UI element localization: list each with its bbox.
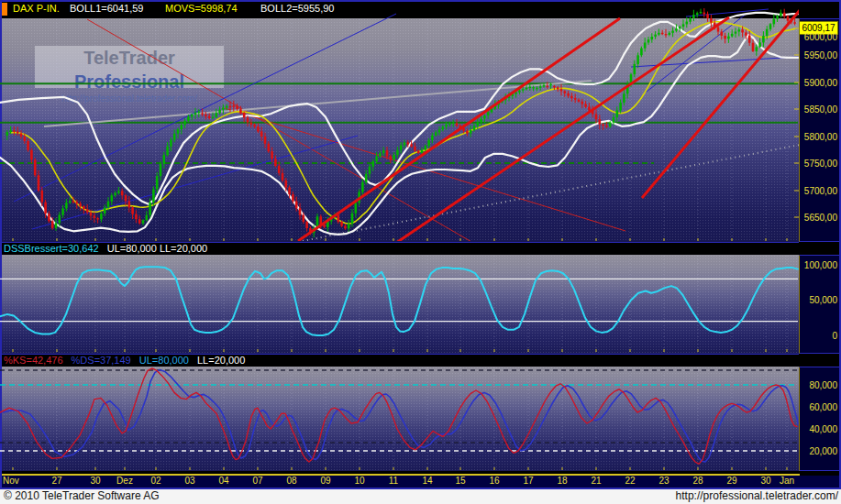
- x-axis-date-label: 17: [523, 476, 533, 488]
- watermark: TeleTrader Professional http://professio…: [35, 46, 224, 88]
- teletrader-chart-window: DAX P-IN. BOLL1=6041,59 MOVS=5998,74 BOL…: [0, 0, 841, 504]
- axis-price-label: 5950,00: [804, 50, 837, 60]
- x-axis-date-label: 10: [354, 476, 364, 488]
- x-axis-date-label: 30: [760, 476, 770, 488]
- ll-level-label: LL=20,000: [197, 355, 245, 366]
- x-axis-date-label: 27: [51, 476, 61, 488]
- x-axis-date-label: 16: [489, 476, 499, 488]
- axis-price-label: 5850,00: [804, 104, 837, 115]
- axis-price-label: 5700,00: [804, 186, 837, 196]
- boll2-value: BOLL2=5955,90: [260, 0, 334, 17]
- dss-axis[interactable]: 100,00050,0000: [799, 255, 841, 354]
- x-axis-date-label: 21: [591, 476, 601, 488]
- x-axis-date-label: 08: [286, 476, 296, 488]
- axis-price-label: 5650,00: [804, 213, 837, 223]
- dither-texture: [0, 367, 799, 471]
- instrument-color-block-icon: [2, 3, 7, 16]
- ul-level-label: UL=80,000: [139, 355, 189, 366]
- x-axis-date-label: 22: [625, 476, 635, 488]
- x-axis-date-label: 11: [389, 476, 398, 488]
- x-axis-date-label: 18: [557, 476, 567, 488]
- axis-price-label: 5800,00: [804, 132, 837, 142]
- axis-price-label: 40,000: [809, 424, 837, 434]
- axis-price-label: 6000,00: [804, 32, 837, 42]
- axis-price-label: 60,000: [809, 402, 837, 412]
- stochastic-oscillator-panel[interactable]: [0, 367, 799, 471]
- main-price-panel[interactable]: TeleTrader Professional http://professio…: [0, 18, 799, 242]
- x-axis-date-label: 07: [252, 476, 262, 488]
- ks-value-label: %KS=42,476: [4, 355, 63, 366]
- x-axis-date-label: 09: [320, 476, 330, 488]
- watermark-url: http://professional.teletrader.com/: [35, 93, 224, 104]
- x-axis-date-label: Jan: [780, 476, 794, 488]
- stochastic-axis[interactable]: 80,00060,00040,00020,000: [799, 367, 841, 471]
- axis-price-label: 0: [832, 331, 837, 341]
- dss-panel-header: DSSBressert=30,642 UL=80,000 LL=20,000: [0, 242, 841, 256]
- axis-price-label: 5900,00: [804, 78, 837, 88]
- x-axis-date-label: Dez: [116, 476, 133, 488]
- axis-price-label: 20,000: [809, 446, 837, 456]
- dss-indicator-label: DSSBressert=30,642: [4, 243, 99, 254]
- axis-price-label: 80,000: [809, 380, 837, 390]
- ds-value-label: %DS=37,149: [72, 355, 131, 366]
- dither-texture: [0, 255, 799, 354]
- axis-price-label: 50,000: [809, 295, 837, 305]
- instrument-symbol: DAX P-IN.: [13, 0, 60, 17]
- x-axis-date-label: 28: [692, 476, 703, 488]
- boll1-value: BOLL1=6041,59: [70, 0, 143, 17]
- x-axis-date-label: 14: [422, 476, 432, 488]
- copyright-text: © 2010 TeleTrader Software AG: [4, 489, 160, 503]
- x-axis-date-strip[interactable]: Nov2730Dez020304070809101114151617182122…: [0, 476, 841, 488]
- watermark-brand: TeleTrader Professional: [35, 46, 224, 93]
- x-axis-date-label: 04: [218, 476, 228, 488]
- chart-title-bar: DAX P-IN. BOLL1=6041,59 MOVS=5998,74 BOL…: [0, 0, 841, 18]
- stochastic-panel-header: %KS=42,476 %DS=37,149 UL=80,000 LL=20,00…: [0, 354, 841, 367]
- dss-levels-label: UL=80,000 LL=20,000: [107, 243, 208, 254]
- x-axis-date-label: 23: [658, 476, 669, 488]
- x-axis-date-label: 03: [184, 476, 194, 488]
- axis-spacer: [799, 354, 841, 367]
- price-axis[interactable]: 6009,17 6000,005950,005900,005850,005800…: [799, 18, 841, 242]
- axis-spacer: [799, 242, 841, 255]
- axis-price-label: 100,000: [804, 260, 837, 270]
- status-bar: © 2010 TeleTrader Software AG http://pro…: [0, 489, 841, 504]
- axis-price-label: 5750,00: [804, 159, 837, 169]
- movs-value: MOVS=5998,74: [165, 0, 238, 17]
- x-axis-date-label: Nov: [3, 476, 19, 488]
- dss-oscillator-panel[interactable]: [0, 255, 799, 354]
- x-axis-date-label: 30: [90, 476, 100, 488]
- x-axis-date-label: 15: [455, 476, 465, 488]
- x-axis-date-label: 29: [726, 476, 736, 488]
- x-axis-date-label: 02: [150, 476, 160, 488]
- footer-url[interactable]: http://professional.teletrader.com/: [676, 489, 838, 503]
